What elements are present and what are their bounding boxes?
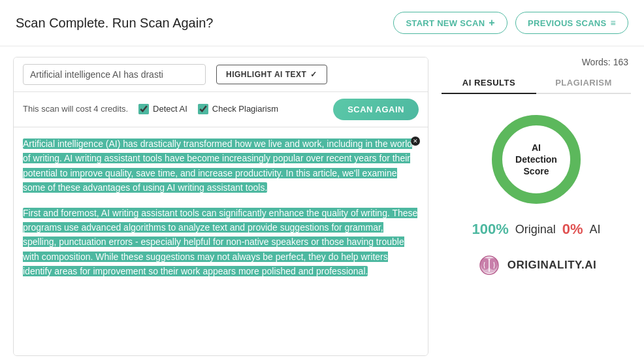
- header-actions: START NEW SCAN + PREVIOUS SCANS ≡: [393, 12, 628, 34]
- highlight-ai-text-button[interactable]: HIGHLIGHT AI TEXT ✓: [216, 65, 327, 84]
- list-icon: ≡: [611, 18, 616, 28]
- brain-icon: [476, 252, 502, 278]
- previous-scans-button[interactable]: PREVIOUS SCANS ≡: [515, 12, 628, 34]
- detect-ai-checkbox-group[interactable]: Detect AI: [138, 104, 187, 115]
- words-count: Words: 163: [442, 57, 631, 67]
- detect-ai-label: Detect AI: [153, 104, 187, 115]
- right-panel: Words: 163 AI RESULTS PLAGIARISM AI Dete…: [442, 57, 631, 356]
- ai-label: AI: [590, 223, 601, 236]
- detect-ai-checkbox[interactable]: [138, 104, 149, 114]
- text-content-area: Artificial intelligence (AI) has drastic…: [14, 127, 428, 355]
- check-plagiarism-label: Check Plagiarism: [212, 104, 278, 115]
- brand-name-label: ORIGINALITY.AI: [507, 259, 596, 272]
- page-header: Scan Complete. Run Scan Again? START NEW…: [0, 0, 644, 46]
- original-percentage: 100%: [472, 221, 508, 238]
- donut-svg: [484, 107, 588, 212]
- check-plagiarism-checkbox[interactable]: [198, 104, 208, 114]
- main-content: Artificial intelligence AI has drasti HI…: [0, 46, 644, 358]
- score-values: 100% Original 0% AI: [472, 221, 600, 238]
- plus-icon: +: [489, 17, 495, 29]
- start-new-scan-button[interactable]: START NEW SCAN +: [393, 12, 507, 34]
- check-plagiarism-checkbox-group[interactable]: Check Plagiarism: [198, 104, 278, 115]
- text-preview: Artificial intelligence AI has drasti: [23, 64, 206, 85]
- scan-again-button[interactable]: SCAN AGAIN: [333, 99, 419, 120]
- results-tabs: AI RESULTS PLAGIARISM: [442, 73, 631, 94]
- tab-ai-results[interactable]: AI RESULTS: [442, 73, 536, 94]
- brand-logo: ORIGINALITY.AI: [476, 252, 596, 278]
- scan-options-bar: This scan will cost 4 credits. Detect AI…: [14, 92, 428, 127]
- paragraph-1: Artificial intelligence (AI) has drastic…: [23, 137, 419, 195]
- donut-chart: AI Detection Score: [484, 107, 588, 212]
- toolbar: Artificial intelligence AI has drasti HI…: [14, 57, 428, 92]
- page-title: Scan Complete. Run Scan Again?: [16, 16, 213, 31]
- left-panel: Artificial intelligence AI has drasti HI…: [13, 57, 428, 356]
- svg-point-1: [497, 120, 575, 199]
- paragraph-2: First and foremost, AI writing assistant…: [23, 206, 419, 279]
- highlighted-text-1: Artificial intelligence (AI) has drastic…: [23, 138, 412, 193]
- ai-score-section: AI Detection Score 100% Original 0% AI: [442, 107, 631, 278]
- scan-cost-label: This scan will cost 4 credits.: [23, 103, 128, 115]
- ai-percentage: 0%: [562, 221, 583, 238]
- original-label: Original: [515, 223, 556, 236]
- checkmark-icon: ✓: [310, 70, 317, 79]
- highlighted-text-2: First and foremost, AI writing assistant…: [23, 208, 417, 277]
- tab-plagiarism[interactable]: PLAGIARISM: [536, 73, 631, 94]
- remove-highlight-button[interactable]: ✕: [411, 137, 420, 146]
